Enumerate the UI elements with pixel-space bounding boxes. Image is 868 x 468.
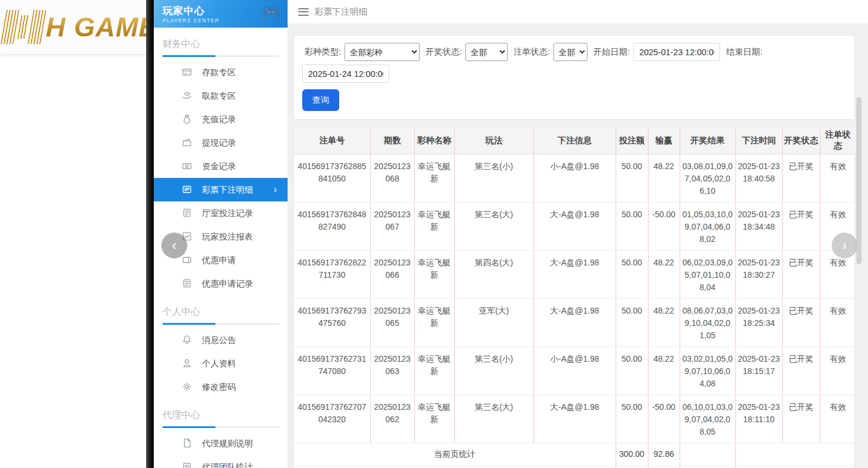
hh-game-logo-icon — [1, 10, 46, 44]
table-cell: 有效 — [820, 395, 856, 443]
table-cell: 幸运飞艇新 — [414, 202, 454, 250]
table-cell: 2025-01-23 18:25:34 — [735, 298, 782, 346]
lottery-type-label: 彩种类型: — [305, 46, 341, 58]
logo-area: H GAME — [0, 0, 146, 54]
summary-empty-cell — [735, 465, 856, 468]
bet-status-select[interactable]: 全部 — [553, 43, 587, 61]
sidebar-section-title: 个人中心 — [154, 300, 288, 323]
table-cell: -50.00 — [648, 395, 680, 443]
table-cell: 20250123068 — [370, 154, 414, 202]
bet-status-label: 注单状态: — [514, 46, 550, 58]
table-cell: 已开奖 — [782, 298, 820, 346]
sidebar-item[interactable]: 代理规则说明 — [154, 432, 288, 455]
sidebar-item-label: 厅室投注记录 — [202, 208, 253, 219]
sidebar-item-label: 消息公告 — [202, 335, 236, 346]
table-cell: 第三名(小) — [454, 346, 533, 395]
table-cell: 401569173762885841050 — [294, 154, 370, 202]
end-date-input[interactable] — [302, 65, 389, 83]
sidebar-item[interactable]: 厅室投注记录 — [154, 201, 288, 225]
person-icon — [182, 358, 192, 369]
table-cell: 幸运飞艇新 — [414, 154, 454, 202]
table-cell: 幸运飞艇新 — [414, 395, 454, 443]
sidebar-item[interactable]: 提现记录 — [154, 131, 288, 154]
sidebar-item[interactable]: 取款专区 — [154, 84, 288, 107]
sidebar-section: 代理中心代理规则说明代理团队统计 — [154, 403, 288, 468]
main-content: 彩票下注明细 彩种类型: 全部彩种 开奖状态: 全部 注单状态: 全部 开始日期… — [288, 0, 868, 468]
summary-win-loss: 92.86 — [648, 465, 680, 468]
draw-status-select[interactable]: 全部 — [465, 43, 508, 61]
sidebar-item[interactable]: 充值记录 — [154, 107, 288, 131]
table-cell: 2025-01-23 18:11:10 — [735, 395, 782, 443]
sidebar-item[interactable]: 修改密码 — [154, 375, 288, 399]
hamburger-menu-icon[interactable] — [298, 8, 309, 16]
sidebar-section-underline — [163, 426, 279, 428]
lottery-type-select[interactable]: 全部彩种 — [345, 43, 420, 61]
sidebar-item[interactable]: 优惠申请记录 — [154, 272, 288, 295]
table-cell: 50.00 — [616, 250, 648, 298]
table-cell: -50.00 — [648, 202, 680, 250]
bet-list-icon — [182, 184, 192, 195]
sidebar-item[interactable]: 代理团队统计 — [154, 455, 288, 468]
deposit-card-icon — [182, 67, 192, 78]
table-cell: 第三名(大) — [454, 202, 533, 250]
table-row: 40156917376282271173020250123066幸运飞艇新第四名… — [294, 250, 856, 298]
sidebar-item-label: 优惠申请 — [202, 255, 236, 266]
vertical-scrollbar[interactable] — [856, 97, 862, 264]
sidebar-item-label: 代理规则说明 — [202, 438, 253, 449]
withdraw-hand-icon — [182, 90, 192, 101]
chevron-right-icon: › — [273, 184, 277, 196]
gear-icon — [182, 382, 192, 392]
sidebar-item-label: 代理团队统计 — [202, 462, 253, 468]
table-cell: 20250123067 — [370, 202, 414, 250]
table-cell: 大-A盘@1.98 — [533, 250, 616, 298]
wallet-icon — [182, 137, 192, 148]
sidebar-item[interactable]: 个人资料 — [154, 352, 288, 375]
column-header: 期数 — [370, 127, 414, 154]
table-cell: 第三名(小) — [454, 154, 533, 202]
sidebar-item-label: 个人资料 — [202, 358, 236, 369]
start-date-label: 开始日期: — [593, 46, 630, 58]
records-icon — [182, 278, 192, 289]
document-icon — [182, 438, 192, 449]
table-row: 40156917376288584105020250123068幸运飞艇新第三名… — [294, 154, 856, 202]
expand-right-arrow-icon[interactable]: › — [832, 233, 857, 258]
table-cell: 已开奖 — [782, 395, 820, 443]
table-cell: 01,05,03,10,09,07,04,06,08,02 — [680, 202, 735, 250]
panel-divider — [146, 0, 154, 468]
table-cell: 48.22 — [648, 346, 680, 395]
table-cell: 已开奖 — [782, 202, 820, 250]
table-cell: 48.22 — [648, 298, 680, 346]
table-cell: 2025-01-23 18:34:48 — [735, 202, 782, 250]
table-cell: 有效 — [820, 298, 856, 346]
start-date-input[interactable] — [633, 43, 720, 61]
table-cell: 20250123065 — [370, 298, 414, 346]
table-cell: 2025-01-23 18:15:17 — [735, 346, 782, 395]
sidebar-item[interactable]: 消息公告 — [154, 328, 288, 352]
column-header: 注单状态 — [820, 127, 856, 154]
table-cell: 401569173762793475760 — [294, 298, 370, 346]
table-row: 40156917376279347576020250123065幸运飞艇新亚军(… — [294, 298, 856, 346]
table-summary: 当前页统计300.0092.86总统计300.0092.86 — [294, 443, 856, 468]
table-cell: 小-A盘@1.98 — [533, 346, 616, 395]
sidebar-item[interactable]: 彩票下注明细› — [154, 178, 288, 201]
sidebar-item-label: 资金记录 — [202, 161, 236, 172]
table-cell: 20250123062 — [370, 395, 414, 443]
bell-icon — [182, 335, 192, 345]
column-header: 开奖结果 — [680, 127, 735, 154]
sidebar-item-label: 玩家投注报表 — [202, 231, 253, 243]
summary-label: 当前页统计 — [294, 443, 616, 465]
summary-bet-total: 300.00 — [616, 443, 648, 465]
summary-win-loss: 92.86 — [648, 443, 680, 465]
column-header: 注单号 — [294, 127, 370, 154]
search-button[interactable]: 查询 — [302, 89, 339, 111]
table-cell: 401569173762848827490 — [294, 202, 370, 250]
sidebar-item[interactable]: 存款专区 — [154, 60, 288, 84]
collapse-left-arrow-icon[interactable]: ‹ — [161, 233, 187, 258]
table-cell: 50.00 — [616, 202, 648, 250]
table-cell: 50.00 — [616, 154, 648, 202]
sidebar-item-label: 优惠申请记录 — [202, 278, 253, 289]
sidebar-section-underline — [163, 55, 279, 57]
table-cell: 有效 — [820, 250, 856, 298]
sidebar-item[interactable]: 资金记录 — [154, 154, 288, 178]
sidebar-item-label: 取款专区 — [202, 90, 236, 102]
